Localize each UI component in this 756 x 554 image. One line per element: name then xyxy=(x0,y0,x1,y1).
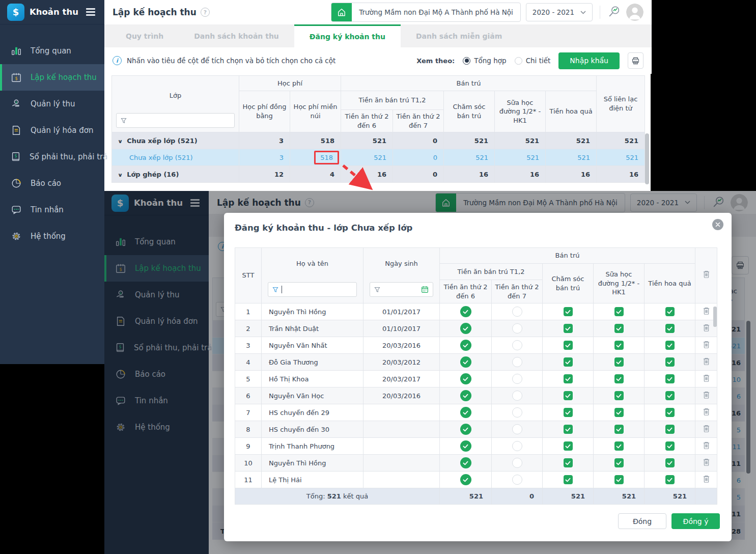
col-boarding-group[interactable]: Bán trú xyxy=(341,76,597,91)
value-cell[interactable]: 521 xyxy=(341,149,393,166)
meal-mon-sat-checkbox[interactable] xyxy=(440,371,492,387)
col-meal-mon-sun[interactable]: Tiền ăn thứ 2 đến 7 xyxy=(393,110,444,132)
meal-mon-sat-checkbox[interactable] xyxy=(440,472,492,488)
meal-mon-sat-checkbox[interactable] xyxy=(440,354,492,371)
help-icon[interactable]: ? xyxy=(201,8,210,17)
meal-mon-sun-checkbox[interactable] xyxy=(492,387,543,404)
care-checkbox[interactable] xyxy=(543,320,594,337)
delete-row-button[interactable] xyxy=(695,472,717,488)
radio-summary[interactable]: Tổng hợp xyxy=(463,57,506,65)
meal-mon-sat-checkbox[interactable] xyxy=(440,337,492,354)
value-cell[interactable]: 521 xyxy=(444,149,495,166)
scrollbar[interactable] xyxy=(713,307,717,327)
col-fruit[interactable]: Tiền hoa quả xyxy=(546,91,597,132)
col-contact-book[interactable]: Sổ liên lạc điện tử xyxy=(597,76,645,132)
meal-mon-sun-checkbox[interactable] xyxy=(492,371,543,387)
school-milk-checkbox[interactable] xyxy=(594,371,645,387)
meal-mon-sun-checkbox[interactable] xyxy=(492,320,543,337)
delete-row-button[interactable] xyxy=(695,421,717,438)
school-milk-checkbox[interactable] xyxy=(594,472,645,488)
value-cell[interactable]: 518 xyxy=(290,149,341,166)
meal-mon-sat-checkbox[interactable] xyxy=(440,303,492,320)
class-filter-input[interactable] xyxy=(116,113,235,128)
sidebar-item[interactable]: Báo cáo xyxy=(0,170,104,197)
meal-mon-sun-checkbox[interactable] xyxy=(492,472,543,488)
col-care[interactable]: Chăm sóc bán trú xyxy=(543,264,594,303)
col-meal-group[interactable]: Tiền ăn bán trú T1,2 xyxy=(341,91,444,110)
name-filter-input[interactable] xyxy=(268,282,357,297)
delete-row-button[interactable] xyxy=(695,387,717,404)
value-cell[interactable]: 521 xyxy=(597,149,645,166)
class-cell[interactable]: ∨Chưa xếp lớp (521) xyxy=(112,132,239,149)
tab-danh-sách-khoản-thu[interactable]: Danh sách khoản thu xyxy=(179,24,294,47)
import-button[interactable]: Nhập khẩu xyxy=(558,52,620,69)
school-milk-checkbox[interactable] xyxy=(594,421,645,438)
care-checkbox[interactable] xyxy=(543,421,594,438)
fruit-checkbox[interactable] xyxy=(645,320,695,337)
fruit-checkbox[interactable] xyxy=(645,337,695,354)
fruit-checkbox[interactable] xyxy=(645,404,695,421)
sidebar-item[interactable]: Tổng quan xyxy=(0,38,104,64)
care-checkbox[interactable] xyxy=(543,337,594,354)
meal-mon-sat-checkbox[interactable] xyxy=(440,387,492,404)
radio-detail[interactable]: Chi tiết xyxy=(515,57,551,65)
care-checkbox[interactable] xyxy=(543,371,594,387)
meal-mon-sun-checkbox[interactable] xyxy=(492,438,543,455)
col-meal-mon-sat[interactable]: Tiền ăn thứ 2 đến 6 xyxy=(440,280,492,303)
user-avatar[interactable] xyxy=(626,4,643,21)
care-checkbox[interactable] xyxy=(543,455,594,472)
col-school-milk[interactable]: Sữa học đường 1/2* - HK1 xyxy=(594,264,645,303)
meal-mon-sun-checkbox[interactable] xyxy=(492,354,543,371)
meal-mon-sun-checkbox[interactable] xyxy=(492,337,543,354)
col-meal-mon-sat[interactable]: Tiền ăn thứ 2 đến 6 xyxy=(341,110,393,132)
meal-mon-sun-checkbox[interactable] xyxy=(492,421,543,438)
delete-row-button[interactable] xyxy=(695,455,717,472)
care-checkbox[interactable] xyxy=(543,472,594,488)
collapse-icon[interactable]: ∨ xyxy=(118,138,123,144)
col-tuition-group[interactable]: Học phí xyxy=(239,76,341,91)
tab-danh-sách-miễn-giảm[interactable]: Danh sách miễn giảm xyxy=(401,24,517,47)
fruit-checkbox[interactable] xyxy=(645,472,695,488)
confirm-button[interactable]: Đồng ý xyxy=(671,513,720,529)
close-button[interactable]: Đóng xyxy=(618,513,666,529)
school-milk-checkbox[interactable] xyxy=(594,354,645,371)
care-checkbox[interactable] xyxy=(543,354,594,371)
delete-row-button[interactable] xyxy=(695,371,717,387)
col-fruit[interactable]: Tiền hoa quả xyxy=(645,264,695,303)
delete-all-button[interactable] xyxy=(695,248,717,303)
print-button[interactable] xyxy=(628,52,643,69)
meal-mon-sat-checkbox[interactable] xyxy=(440,404,492,421)
col-tuition-plain[interactable]: Học phí đồng bằng xyxy=(239,91,290,132)
school-milk-checkbox[interactable] xyxy=(594,455,645,472)
sidebar-item[interactable]: $Quản lý thu xyxy=(0,91,104,117)
col-class[interactable]: Lớp xyxy=(116,91,235,100)
sidebar-item[interactable]: Tin nhắn xyxy=(0,197,104,223)
school-year-select[interactable]: 2020 - 2021 xyxy=(526,3,593,21)
class-cell[interactable]: ∨Lớp ghép (16) xyxy=(112,166,239,183)
sidebar-item[interactable]: $Sổ phải thu, phải trả xyxy=(0,144,104,170)
search-chart-icon[interactable] xyxy=(607,5,621,20)
school-selector[interactable]: Trường Mầm non Đại Mộ A Thành phố Hà Nội xyxy=(331,3,521,22)
meal-mon-sun-checkbox[interactable] xyxy=(492,404,543,421)
sidebar-item[interactable]: Hệ thống xyxy=(0,223,104,250)
care-checkbox[interactable] xyxy=(543,404,594,421)
fruit-checkbox[interactable] xyxy=(645,421,695,438)
delete-row-button[interactable] xyxy=(695,438,717,455)
school-milk-checkbox[interactable] xyxy=(594,387,645,404)
fruit-checkbox[interactable] xyxy=(645,371,695,387)
sidebar-item[interactable]: $Lập kế hoạch thu xyxy=(0,64,104,91)
fruit-checkbox[interactable] xyxy=(645,354,695,371)
value-cell[interactable]: 521 xyxy=(546,149,597,166)
meal-mon-sat-checkbox[interactable] xyxy=(440,320,492,337)
col-care[interactable]: Chăm sóc bán trú xyxy=(444,91,495,132)
menu-toggle-icon[interactable] xyxy=(84,6,97,17)
collapse-icon[interactable]: ∨ xyxy=(118,172,123,178)
col-meal-group[interactable]: Tiền ăn bán trú T1,2 xyxy=(440,264,543,280)
school-milk-checkbox[interactable] xyxy=(594,337,645,354)
tab-quy-trình[interactable]: Quy trình xyxy=(110,24,179,47)
value-cell[interactable]: 0 xyxy=(393,149,444,166)
meal-mon-sat-checkbox[interactable] xyxy=(440,421,492,438)
class-cell[interactable]: Chưa xếp lớp (521) xyxy=(112,149,239,166)
col-boarding-group[interactable]: Bán trú xyxy=(440,248,695,264)
meal-mon-sat-checkbox[interactable] xyxy=(440,438,492,455)
